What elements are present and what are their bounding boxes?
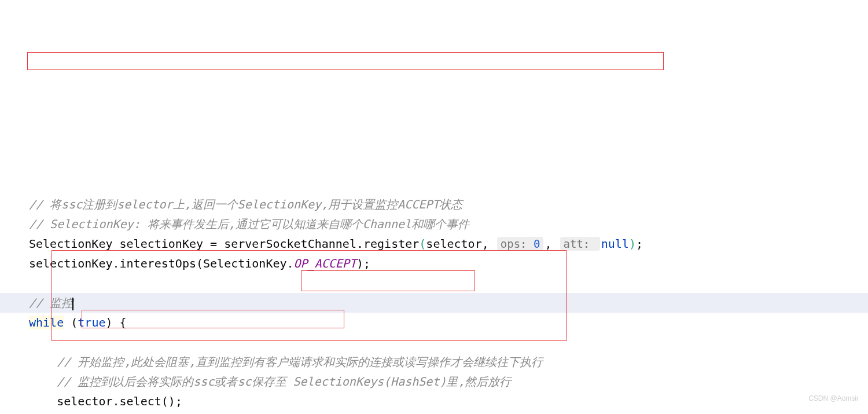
code-line-while-true: while (true) { bbox=[29, 313, 839, 332]
code-line-interestops: selectionKey.interestOps(SelectionKey.OP… bbox=[29, 254, 839, 273]
code-line-blank-1 bbox=[29, 273, 839, 293]
code-line-select: selector.select(); bbox=[29, 391, 839, 411]
inlay-hint-ops: ops: 0 bbox=[497, 237, 544, 251]
text-cursor bbox=[72, 298, 73, 310]
code-line-blank-2 bbox=[29, 332, 839, 352]
code-line-comment-monitor: // 监控 bbox=[0, 293, 868, 313]
code-line-comment-save: // 监控到以后会将实际的ssc或者sc保存至 SelectionKeys(Ha… bbox=[29, 372, 839, 391]
code-line-comment-2: // SelectionKey: 将来事件发生后,通过它可以知道来自哪个Chan… bbox=[29, 214, 839, 234]
annotation-box-register bbox=[27, 52, 664, 70]
code-line-comment-1: // 将ssc注册到selector上,返回一个SelectionKey,用于设… bbox=[29, 195, 839, 214]
code-line-blank-3 bbox=[29, 411, 839, 414]
code-line-comment-block: // 开始监控,此处会阻塞,直到监控到有客户端请求和实际的连接或读写操作才会继续… bbox=[29, 352, 839, 372]
watermark: CSDN @Aomsir bbox=[808, 389, 859, 408]
code-line-register: SelectionKey selectionKey = serverSocket… bbox=[29, 234, 839, 254]
inlay-hint-att: att: bbox=[560, 237, 600, 251]
